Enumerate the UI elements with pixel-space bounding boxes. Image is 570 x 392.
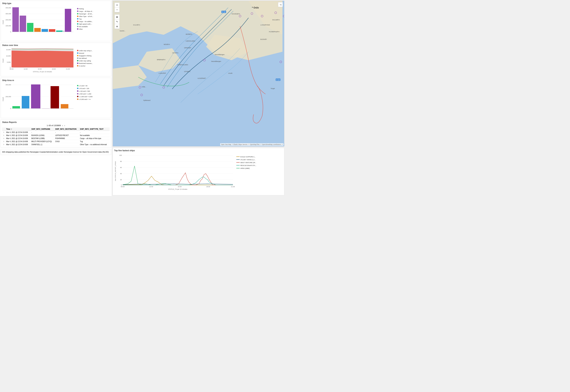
svg-text:≥ 100 and < 500: ≥ 100 and < 500 [79, 90, 90, 92]
table-row[interactable]: > Mar 4, 2021 @ 22:54:19.658 MULTI PROVI… [2, 140, 110, 143]
area-moored [12, 50, 73, 51]
col-expand [2, 127, 5, 131]
svg-text:18:00: 18:00 [206, 186, 210, 187]
expand-icon[interactable]: > [3, 144, 4, 145]
svg-text:09:00: 09:00 [121, 186, 125, 187]
svg-text:Vollø...: Vollø... [142, 86, 146, 88]
col-time[interactable]: Time ▼ [5, 127, 30, 131]
svg-text:LANGÅRÅ: LANGÅRÅ [159, 72, 166, 74]
legend-other-dot [77, 28, 78, 30]
attribution-box: AIS shippping data published the Norwegi… [1, 149, 111, 155]
bar-area-0-50[interactable] [12, 106, 20, 109]
col-shiptype: SHIP_INFO_SHIPTYPE_TEXT [79, 127, 110, 131]
cell-shipname: - [30, 131, 54, 134]
svg-point-36 [77, 55, 78, 56]
bar-not-available[interactable] [63, 31, 64, 32]
svg-text:At anchor: At anchor [79, 65, 86, 67]
bar-highspeed[interactable] [56, 30, 63, 32]
svg-text:HUSBERGØYA: HUSBERGØYA [269, 31, 280, 33]
svg-text:≥ 5,000 and < +∞: ≥ 5,000 and < +∞ [79, 98, 91, 100]
svg-text:Other: Other [79, 28, 83, 30]
map-tool-buttons: ⊕ ✎ ⊛ [114, 14, 120, 29]
zoom-out-btn[interactable]: − [115, 7, 119, 12]
bar-area-100-500[interactable] [31, 84, 40, 109]
svg-text:Cargo – all ships of...: Cargo – all ships of... [79, 11, 93, 12]
svg-point-44 [77, 65, 78, 67]
collapse-panel-btn[interactable]: ◁ [278, 2, 283, 7]
cell-time: Mar 4, 2021 @ 22:54:19.658 [5, 134, 30, 137]
table-row[interactable]: > Mar 4, 2021 @ 22:54:19.658 BUKKEN (LEN… [2, 134, 110, 137]
svg-text:Cargo – No additio...: Cargo – No additio... [79, 21, 93, 22]
svg-text:* Oslo: * Oslo [252, 6, 259, 9]
svg-text:Moored: Moored [79, 52, 84, 54]
svg-text:BORØYA: BORØYA [186, 33, 192, 35]
ship-area-title: Ship Area m [2, 79, 110, 82]
table-row[interactable]: > Mar 4, 2021 @ 22:54:19.658 - - - [2, 131, 110, 134]
expand-icon[interactable]: > [3, 131, 4, 133]
status-reports-section: Status Reports 1–50 of 1333809 ‹ › Time … [1, 120, 111, 148]
cell-destination: LEPSOEYREVET [54, 134, 79, 137]
svg-text:Ursvik: Ursvik [228, 72, 232, 74]
svg-text:12:00: 12:00 [24, 68, 28, 70]
svg-text:KJEHOLMEN: KJEHOLMEN [186, 40, 195, 42]
bar-cargo-all[interactable] [20, 16, 26, 32]
pagination-info: 1–50 of 1333809 [47, 125, 61, 126]
cell-shipname: BUKKEN (LENN) [30, 134, 54, 137]
svg-text:E 18: E 18 [222, 11, 226, 13]
bar-fishing[interactable] [12, 7, 19, 32]
ship-area-svg: Count 400,000 200,000 0 [2, 82, 111, 116]
svg-text:12:00: 12:00 [149, 186, 153, 187]
map-zoom-controls: + − [114, 2, 120, 12]
svg-point-62 [77, 96, 78, 97]
bar-other-type[interactable] [34, 28, 41, 32]
svg-text:High speed craft (...: High speed craft (... [79, 23, 92, 25]
svg-text:E 18: E 18 [276, 79, 280, 81]
svg-point-42 [77, 63, 78, 64]
svg-text:EAGLE SAPPORO (...: EAGLE SAPPORO (... [240, 156, 256, 158]
table-row[interactable]: > Mar 4, 2021 @ 22:54:19.658 BIOSTAR (LD… [2, 137, 110, 140]
expand-icon[interactable]: > [3, 134, 4, 136]
expand-icon[interactable]: > [3, 140, 4, 142]
col-shipname: SHIP_INFO_SHIPNAME [30, 127, 54, 131]
svg-point-64 [77, 98, 78, 100]
svg-text:MALMØYA: MALMØYA [272, 19, 280, 21]
svg-text:100: 100 [119, 154, 122, 156]
cell-destination: - [54, 131, 79, 134]
table-row[interactable]: > Mar 4, 2021 @ 22:54:19.658 SVANFJELL (… [2, 143, 110, 146]
svg-point-56 [77, 88, 78, 89]
bar-area-50-100[interactable] [22, 96, 29, 109]
svg-text:LANGØYENE: LANGØYENE [260, 24, 270, 26]
svg-point-34 [77, 52, 78, 54]
legend-highspeed-dot [77, 23, 78, 25]
bar-cargo-no[interactable] [49, 29, 55, 32]
svg-text:STATUS_TS per 10 minutes: STATUS_TS per 10 minutes [168, 188, 187, 190]
draw-btn[interactable]: ✎ [115, 19, 119, 24]
next-page-btn[interactable]: › [64, 124, 65, 127]
cell-destination: CH16 [54, 140, 79, 143]
svg-text:GÅSØYA: GÅSØYA [184, 71, 190, 72]
svg-text:STATUS_TS per 10 minutes: STATUS_TS per 10 minutes [33, 71, 52, 72]
filter-btn[interactable]: ⊛ [115, 24, 119, 29]
map-attribution: Open Sea Map ↗ Elastic Maps Service ↗ Op… [220, 143, 284, 146]
bar-area-1000-5000[interactable] [51, 86, 59, 109]
bar-passenger[interactable] [27, 23, 33, 32]
svg-text:HAREHOLMEN: HAREHOLMEN [177, 64, 188, 66]
svg-point-32 [77, 50, 78, 51]
cell-shipname: BIOSTAR (LDBB) [30, 137, 54, 140]
bar-tug[interactable] [42, 29, 48, 32]
expand-icon[interactable]: > [3, 138, 4, 139]
zoom-in-btn[interactable]: + [115, 3, 119, 7]
legend-passenger-dot [77, 13, 78, 14]
svg-text:NESØYA: NESØYA [164, 43, 170, 45]
map-container[interactable]: * Oslo Sandvi... Nesoddtangen Nesoddtang… [113, 1, 284, 146]
legend-tug-dot [77, 18, 78, 19]
bar-area-5000plus[interactable] [61, 104, 68, 109]
svg-text:15,000: 15,000 [6, 49, 11, 51]
prev-page-btn[interactable]: ‹ [62, 124, 63, 127]
bar-other[interactable] [65, 9, 71, 32]
svg-text:GRIMSØY: GRIMSØY [184, 47, 191, 49]
svg-text:09:00: 09:00 [10, 68, 14, 70]
cell-time: Mar 4, 2021 @ 22:54:19.658 [5, 137, 30, 140]
top-five-svg: Max STATUS_REPORT_SPEED 100 80 60 40 20 … [114, 153, 283, 193]
compass-btn[interactable]: ⊕ [115, 14, 119, 19]
